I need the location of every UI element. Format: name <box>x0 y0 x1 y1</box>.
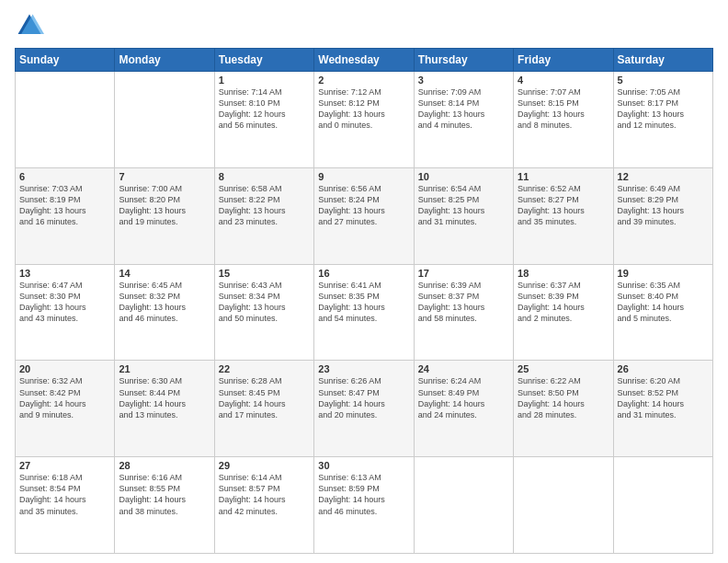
calendar-cell: 17Sunrise: 6:39 AM Sunset: 8:37 PM Dayli… <box>414 264 513 361</box>
day-number: 21 <box>119 363 210 374</box>
calendar-cell: 28Sunrise: 6:16 AM Sunset: 8:55 PM Dayli… <box>115 457 214 554</box>
calendar-cell: 6Sunrise: 7:03 AM Sunset: 8:19 PM Daylig… <box>16 167 115 264</box>
day-number: 6 <box>19 171 110 182</box>
day-number: 12 <box>618 171 709 182</box>
day-number: 30 <box>318 460 409 471</box>
day-info: Sunrise: 7:12 AM Sunset: 8:12 PM Dayligh… <box>318 86 409 132</box>
calendar-header-row: SundayMondayTuesdayWednesdayThursdayFrid… <box>16 49 713 72</box>
calendar-weekday-wednesday: Wednesday <box>314 49 414 72</box>
calendar-cell: 11Sunrise: 6:52 AM Sunset: 8:27 PM Dayli… <box>514 167 613 264</box>
day-info: Sunrise: 6:16 AM Sunset: 8:55 PM Dayligh… <box>119 472 210 517</box>
day-info: Sunrise: 7:07 AM Sunset: 8:15 PM Dayligh… <box>518 86 609 132</box>
calendar-cell: 24Sunrise: 6:24 AM Sunset: 8:49 PM Dayli… <box>414 361 513 457</box>
calendar-cell: 19Sunrise: 6:35 AM Sunset: 8:40 PM Dayli… <box>613 264 712 361</box>
calendar-table: SundayMondayTuesdayWednesdayThursdayFrid… <box>15 48 713 554</box>
calendar-weekday-thursday: Thursday <box>414 49 513 72</box>
day-info: Sunrise: 6:54 AM Sunset: 8:25 PM Dayligh… <box>418 183 509 228</box>
day-info: Sunrise: 6:56 AM Sunset: 8:24 PM Dayligh… <box>318 183 409 228</box>
day-info: Sunrise: 6:24 AM Sunset: 8:49 PM Dayligh… <box>418 375 509 420</box>
day-number: 15 <box>219 268 310 279</box>
logo-icon <box>15 11 44 40</box>
day-info: Sunrise: 6:35 AM Sunset: 8:40 PM Dayligh… <box>618 280 709 325</box>
day-info: Sunrise: 6:41 AM Sunset: 8:35 PM Dayligh… <box>318 280 409 325</box>
calendar-cell: 26Sunrise: 6:20 AM Sunset: 8:52 PM Dayli… <box>613 361 712 457</box>
calendar-cell <box>16 72 115 168</box>
calendar-cell: 7Sunrise: 7:00 AM Sunset: 8:20 PM Daylig… <box>115 167 214 264</box>
calendar-week-row: 1Sunrise: 7:14 AM Sunset: 8:10 PM Daylig… <box>16 72 713 168</box>
calendar-cell: 9Sunrise: 6:56 AM Sunset: 8:24 PM Daylig… <box>314 167 414 264</box>
day-number: 9 <box>318 171 409 182</box>
calendar-week-row: 27Sunrise: 6:18 AM Sunset: 8:54 PM Dayli… <box>16 457 713 554</box>
day-info: Sunrise: 6:22 AM Sunset: 8:50 PM Dayligh… <box>518 375 609 420</box>
day-info: Sunrise: 7:03 AM Sunset: 8:19 PM Dayligh… <box>19 183 110 228</box>
day-number: 11 <box>518 171 609 182</box>
calendar-cell: 4Sunrise: 7:07 AM Sunset: 8:15 PM Daylig… <box>514 72 613 168</box>
calendar-cell: 13Sunrise: 6:47 AM Sunset: 8:30 PM Dayli… <box>16 264 115 361</box>
day-number: 18 <box>518 268 609 279</box>
page: SundayMondayTuesdayWednesdayThursdayFrid… <box>0 0 728 563</box>
calendar-cell <box>613 457 712 554</box>
day-info: Sunrise: 7:05 AM Sunset: 8:17 PM Dayligh… <box>618 86 709 132</box>
calendar-cell: 25Sunrise: 6:22 AM Sunset: 8:50 PM Dayli… <box>514 361 613 457</box>
day-info: Sunrise: 6:26 AM Sunset: 8:47 PM Dayligh… <box>318 375 409 420</box>
day-info: Sunrise: 6:37 AM Sunset: 8:39 PM Dayligh… <box>518 280 609 325</box>
day-number: 19 <box>618 268 709 279</box>
day-info: Sunrise: 7:09 AM Sunset: 8:14 PM Dayligh… <box>418 86 509 132</box>
calendar-cell: 1Sunrise: 7:14 AM Sunset: 8:10 PM Daylig… <box>214 72 313 168</box>
calendar-cell: 5Sunrise: 7:05 AM Sunset: 8:17 PM Daylig… <box>613 72 712 168</box>
calendar-cell: 18Sunrise: 6:37 AM Sunset: 8:39 PM Dayli… <box>514 264 613 361</box>
day-number: 8 <box>219 171 310 182</box>
day-number: 24 <box>418 363 509 374</box>
day-info: Sunrise: 6:45 AM Sunset: 8:32 PM Dayligh… <box>119 280 210 325</box>
calendar-cell: 12Sunrise: 6:49 AM Sunset: 8:29 PM Dayli… <box>613 167 712 264</box>
day-number: 25 <box>518 363 609 374</box>
day-info: Sunrise: 6:47 AM Sunset: 8:30 PM Dayligh… <box>19 280 110 325</box>
calendar-weekday-tuesday: Tuesday <box>214 49 313 72</box>
day-info: Sunrise: 7:14 AM Sunset: 8:10 PM Dayligh… <box>219 86 310 132</box>
day-number: 5 <box>618 75 709 86</box>
day-info: Sunrise: 6:58 AM Sunset: 8:22 PM Dayligh… <box>219 183 310 228</box>
day-number: 17 <box>418 268 509 279</box>
day-number: 1 <box>219 75 310 86</box>
calendar-weekday-monday: Monday <box>115 49 214 72</box>
calendar-weekday-saturday: Saturday <box>613 49 712 72</box>
calendar-cell: 29Sunrise: 6:14 AM Sunset: 8:57 PM Dayli… <box>214 457 313 554</box>
calendar-cell: 23Sunrise: 6:26 AM Sunset: 8:47 PM Dayli… <box>314 361 414 457</box>
header <box>15 11 713 40</box>
calendar-cell: 10Sunrise: 6:54 AM Sunset: 8:25 PM Dayli… <box>414 167 513 264</box>
day-info: Sunrise: 6:49 AM Sunset: 8:29 PM Dayligh… <box>618 183 709 228</box>
calendar-week-row: 20Sunrise: 6:32 AM Sunset: 8:42 PM Dayli… <box>16 361 713 457</box>
calendar-cell: 15Sunrise: 6:43 AM Sunset: 8:34 PM Dayli… <box>214 264 313 361</box>
day-info: Sunrise: 6:39 AM Sunset: 8:37 PM Dayligh… <box>418 280 509 325</box>
day-info: Sunrise: 6:18 AM Sunset: 8:54 PM Dayligh… <box>19 472 110 517</box>
calendar-cell: 16Sunrise: 6:41 AM Sunset: 8:35 PM Dayli… <box>314 264 414 361</box>
day-number: 26 <box>618 363 709 374</box>
calendar-cell: 2Sunrise: 7:12 AM Sunset: 8:12 PM Daylig… <box>314 72 414 168</box>
day-number: 23 <box>318 363 409 374</box>
day-number: 10 <box>418 171 509 182</box>
day-info: Sunrise: 6:13 AM Sunset: 8:59 PM Dayligh… <box>318 472 409 517</box>
calendar-cell: 22Sunrise: 6:28 AM Sunset: 8:45 PM Dayli… <box>214 361 313 457</box>
calendar-week-row: 6Sunrise: 7:03 AM Sunset: 8:19 PM Daylig… <box>16 167 713 264</box>
calendar-cell: 8Sunrise: 6:58 AM Sunset: 8:22 PM Daylig… <box>214 167 313 264</box>
day-info: Sunrise: 6:43 AM Sunset: 8:34 PM Dayligh… <box>219 280 310 325</box>
day-number: 13 <box>19 268 110 279</box>
day-number: 27 <box>19 460 110 471</box>
calendar-cell <box>414 457 513 554</box>
calendar-week-row: 13Sunrise: 6:47 AM Sunset: 8:30 PM Dayli… <box>16 264 713 361</box>
day-number: 4 <box>518 75 609 86</box>
calendar-cell: 14Sunrise: 6:45 AM Sunset: 8:32 PM Dayli… <box>115 264 214 361</box>
day-info: Sunrise: 6:30 AM Sunset: 8:44 PM Dayligh… <box>119 375 210 420</box>
calendar-cell: 21Sunrise: 6:30 AM Sunset: 8:44 PM Dayli… <box>115 361 214 457</box>
day-info: Sunrise: 6:32 AM Sunset: 8:42 PM Dayligh… <box>19 375 110 420</box>
day-info: Sunrise: 6:28 AM Sunset: 8:45 PM Dayligh… <box>219 375 310 420</box>
day-info: Sunrise: 6:14 AM Sunset: 8:57 PM Dayligh… <box>219 472 310 517</box>
day-number: 16 <box>318 268 409 279</box>
calendar-cell: 20Sunrise: 6:32 AM Sunset: 8:42 PM Dayli… <box>16 361 115 457</box>
day-number: 22 <box>219 363 310 374</box>
logo <box>15 11 48 40</box>
calendar-weekday-sunday: Sunday <box>16 49 115 72</box>
day-number: 20 <box>19 363 110 374</box>
day-number: 3 <box>418 75 509 86</box>
day-number: 7 <box>119 171 210 182</box>
